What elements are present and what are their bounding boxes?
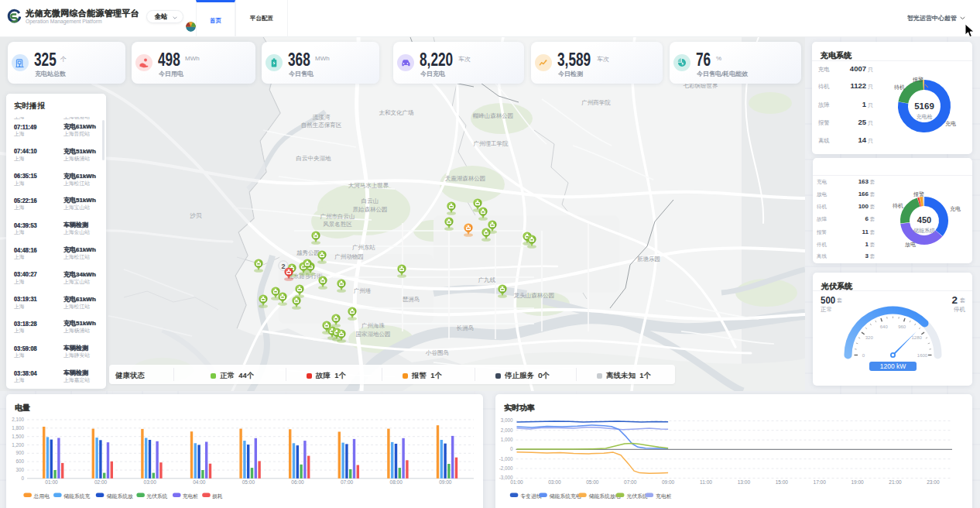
svg-text:损耗: 损耗: [212, 493, 223, 499]
svg-text:1,500: 1,500: [12, 434, 24, 439]
svg-text:专变进线: 专变进线: [520, 493, 541, 499]
svg-text:越秀公园: 越秀公园: [296, 249, 320, 256]
svg-text:21:00: 21:00: [889, 479, 902, 485]
svg-text:450: 450: [917, 215, 931, 225]
svg-text:3,000: 3,000: [501, 417, 513, 423]
svg-text:储能系统放电: 储能系统放电: [589, 493, 621, 499]
svg-text:国家湿地公园: 国家湿地公园: [356, 331, 391, 338]
svg-text:光伏系统: 光伏系统: [626, 493, 647, 499]
svg-text:帽峰山森林公园: 帽峰山森林公园: [473, 112, 514, 119]
svg-text:大河马水上世界: 大河马水上世界: [348, 182, 389, 189]
svg-text:0: 0: [21, 475, 24, 481]
svg-text:04:00: 04:00: [193, 479, 206, 485]
svg-text:新塘乐园: 新塘乐园: [637, 256, 660, 263]
svg-text:广九线: 广九线: [478, 276, 496, 283]
svg-text:总用电: 总用电: [33, 493, 50, 499]
svg-text:300: 300: [15, 467, 24, 472]
svg-text:白云山: 白云山: [362, 197, 379, 204]
svg-text:沙贝: 沙贝: [190, 212, 203, 219]
svg-text:08:00: 08:00: [390, 479, 403, 485]
svg-text:2: 2: [281, 263, 285, 270]
svg-text:17:00: 17:00: [814, 479, 827, 485]
svg-text:02:00: 02:00: [94, 479, 108, 485]
svg-text:待机: 待机: [893, 203, 903, 209]
svg-text:自然生态保育区: 自然生态保育区: [301, 122, 342, 129]
svg-text:广州市白云山: 广州市白云山: [320, 213, 355, 220]
svg-text:风景名胜区: 风景名胜区: [323, 221, 352, 228]
svg-text:03:00: 03:00: [144, 479, 157, 485]
svg-text:15:00: 15:00: [776, 479, 789, 485]
svg-text:广州塔: 广州塔: [354, 287, 372, 294]
svg-text:05:00: 05:00: [586, 479, 599, 485]
svg-text:900: 900: [15, 450, 24, 455]
svg-text:充电: 充电: [950, 206, 961, 212]
svg-text:07:00: 07:00: [624, 479, 637, 485]
svg-text:天鹿湖森林公园: 天鹿湖森林公园: [445, 175, 486, 182]
svg-text:09:00: 09:00: [439, 479, 452, 485]
svg-text:报警: 报警: [913, 191, 924, 197]
svg-text:琶洲岛: 琶洲岛: [403, 296, 420, 303]
svg-text:储能系统: 储能系统: [913, 228, 935, 234]
svg-text:储能系统充电: 储能系统充电: [550, 493, 581, 499]
svg-text:1280: 1280: [912, 335, 923, 340]
svg-text:广州理工学院: 广州理工学院: [474, 140, 509, 147]
svg-text:充电枪: 充电枪: [917, 114, 933, 120]
svg-text:09:00: 09:00: [662, 479, 675, 485]
svg-text:-2,000: -2,000: [499, 465, 513, 471]
svg-text:1600: 1600: [917, 353, 928, 358]
svg-text:广州动物园: 广州动物园: [334, 253, 364, 260]
svg-text:0: 0: [510, 446, 513, 451]
svg-text:太和文化广场: 太和文化广场: [379, 109, 414, 116]
svg-text:0: 0: [862, 353, 865, 358]
svg-text:19:00: 19:00: [851, 479, 864, 485]
svg-text:白云中央湿地: 白云中央湿地: [296, 155, 332, 162]
svg-text:充电: 充电: [945, 121, 956, 127]
svg-text:960: 960: [898, 324, 906, 329]
svg-text:长洲岛: 长洲岛: [456, 324, 475, 331]
svg-text:待机: 待机: [894, 84, 905, 91]
svg-text:03:00: 03:00: [548, 479, 561, 485]
svg-text:充电桩: 充电桩: [656, 493, 672, 499]
svg-text:1,200: 1,200: [12, 442, 24, 448]
svg-text:小谷围岛: 小谷围岛: [425, 349, 449, 356]
svg-text:-1,000: -1,000: [499, 456, 513, 462]
svg-text:广州东站: 广州东站: [352, 244, 376, 251]
svg-text:原始森林公园: 原始森林公园: [353, 206, 388, 213]
svg-text:1,800: 1,800: [12, 425, 24, 431]
svg-text:2,000: 2,000: [501, 427, 513, 433]
svg-text:07:00: 07:00: [341, 479, 354, 485]
svg-text:600: 600: [15, 458, 24, 464]
svg-text:23:00: 23:00: [927, 479, 940, 485]
svg-text:报警: 报警: [912, 77, 923, 83]
svg-text:11:00: 11:00: [700, 479, 712, 485]
svg-text:储能系统充: 储能系统充: [63, 493, 90, 499]
svg-text:广州商学院: 广州商学院: [581, 99, 611, 106]
svg-text:5169: 5169: [914, 101, 934, 111]
svg-text:06:00: 06:00: [291, 479, 304, 485]
svg-text:320: 320: [865, 335, 874, 340]
svg-text:13:00: 13:00: [738, 479, 751, 485]
svg-text:充电桩: 充电桩: [183, 493, 199, 499]
svg-text:05:00: 05:00: [242, 479, 255, 485]
svg-text:光伏系统: 光伏系统: [146, 493, 167, 499]
svg-text:流溪湾: 流溪湾: [313, 114, 331, 121]
svg-text:放电: 放电: [905, 242, 916, 248]
svg-text:01:00: 01:00: [45, 479, 58, 485]
svg-text:广州海珠: 广州海珠: [362, 322, 385, 329]
svg-text:龙头山森林公园: 龙头山森林公园: [514, 292, 555, 299]
svg-text:2,100: 2,100: [12, 417, 24, 422]
svg-text:01:00: 01:00: [510, 479, 523, 485]
svg-text:储能系统放: 储能系统放: [107, 493, 133, 499]
svg-text:640: 640: [880, 324, 889, 329]
svg-text:1,000: 1,000: [501, 437, 513, 442]
